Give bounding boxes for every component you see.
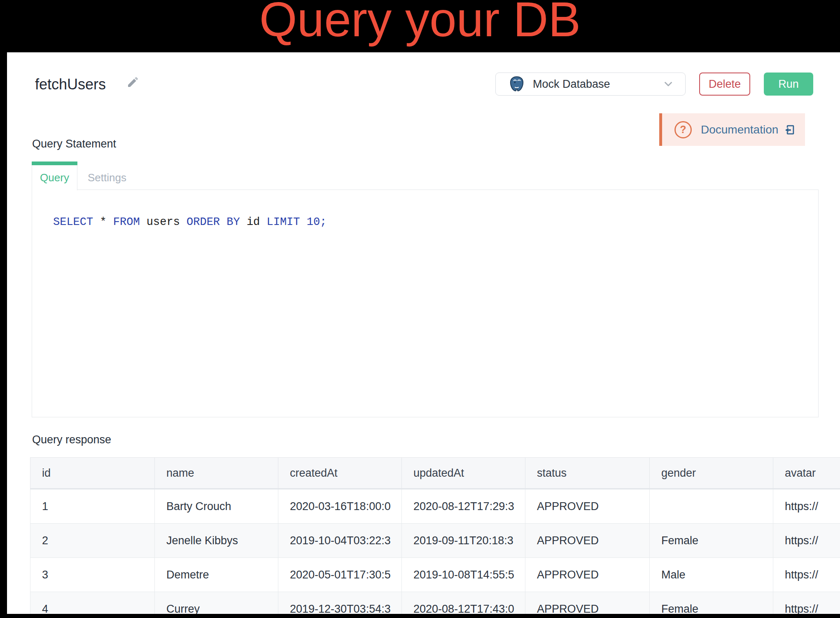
edit-query-name-icon[interactable] (126, 75, 140, 89)
table-row: 2Jenelle Kibbys2019-10-04T03:22:32019-09… (30, 524, 840, 558)
table-cell: Female (650, 524, 773, 558)
table-cell: APPROVED (525, 524, 650, 558)
table-cell: https:// (773, 489, 840, 524)
sql-token: id (247, 216, 267, 228)
database-selector-value: Mock Database (533, 78, 662, 91)
column-header-name: name (155, 458, 278, 489)
sql-token: users (147, 216, 187, 228)
chevron-down-icon (662, 78, 674, 90)
table-cell: APPROVED (525, 489, 650, 524)
table-cell: 1 (30, 489, 155, 524)
table-row: 1Barty Crouch2020-03-16T18:00:02020-08-1… (30, 489, 840, 524)
active-tab-indicator (32, 162, 77, 165)
table-cell: APPROVED (525, 558, 650, 592)
column-header-gender: gender (650, 458, 773, 489)
table-cell: Male (650, 558, 773, 592)
column-header-status: status (525, 458, 650, 489)
table-header-row: idnamecreatedAtupdatedAtstatusgenderavat… (30, 458, 840, 489)
documentation-link[interactable]: ? Documentation (662, 113, 805, 146)
column-header-avatar: avatar (773, 458, 840, 489)
sql-token: 10; (307, 216, 327, 228)
table-cell: 2020-03-16T18:00:0 (278, 489, 402, 524)
table-cell: Jenelle Kibbys (155, 524, 278, 558)
table-cell: 2020-08-12T17:29:3 (402, 489, 525, 524)
table-row: 3Demetre2020-05-01T17:30:52019-10-08T14:… (30, 558, 840, 592)
table-cell: 3 (30, 558, 155, 592)
documentation-accent-bar (659, 113, 662, 146)
table-cell: 2020-05-01T17:30:5 (278, 558, 402, 592)
query-editor-panel: fetchUsers Mock Database Delete Run ? Do… (7, 52, 840, 614)
sql-token: LIMIT (267, 216, 307, 228)
query-statement-label: Query Statement (32, 138, 116, 150)
table-cell: Demetre (155, 558, 278, 592)
open-documentation-icon (783, 124, 796, 136)
tab-query[interactable]: Query (32, 162, 77, 190)
table-cell (650, 489, 773, 524)
sql-token: * (100, 216, 113, 228)
sql-statement: SELECT * FROM users ORDER BY id LIMIT 10… (53, 215, 327, 229)
column-header-id: id (30, 458, 155, 489)
table-cell: https:// (773, 558, 840, 592)
run-button[interactable]: Run (764, 73, 813, 96)
sql-token: FROM (113, 216, 147, 228)
column-header-createdAt: createdAt (278, 458, 402, 489)
table-cell: https:// (773, 524, 840, 558)
query-response-label: Query response (32, 433, 111, 446)
tab-settings[interactable]: Settings (78, 165, 136, 190)
documentation-label: Documentation (701, 123, 778, 136)
table-cell: Barty Crouch (155, 489, 278, 524)
column-header-updatedAt: updatedAt (402, 458, 525, 489)
table-cell: 2019-09-11T20:18:3 (402, 524, 525, 558)
page-title: Query your DB (0, 0, 840, 45)
table-cell: 2019-10-04T03:22:3 (278, 524, 402, 558)
postgresql-icon (508, 75, 525, 93)
query-response-table: idnamecreatedAtupdatedAtstatusgenderavat… (30, 457, 840, 618)
help-question-icon: ? (674, 121, 692, 138)
bottom-black-bar (0, 614, 840, 618)
tab-query-label: Query (32, 165, 77, 190)
database-selector[interactable]: Mock Database (495, 73, 686, 96)
sql-token: ORDER BY (187, 216, 247, 228)
query-name: fetchUsers (35, 76, 106, 93)
table-cell: 2 (30, 524, 155, 558)
sql-editor[interactable]: SELECT * FROM users ORDER BY id LIMIT 10… (32, 190, 819, 417)
table-cell: 2019-10-08T14:55:5 (402, 558, 525, 592)
sql-token: SELECT (53, 216, 100, 228)
delete-button[interactable]: Delete (699, 73, 750, 96)
